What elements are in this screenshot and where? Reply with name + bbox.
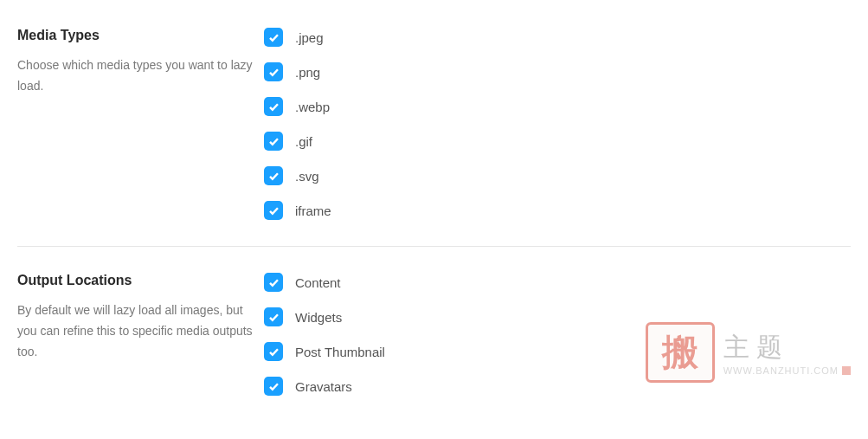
checkbox-checked-icon (264, 273, 283, 292)
watermark-url-text: WWW.BANZHUTI.COM (723, 365, 839, 376)
section-media-types: Media Types Choose which media types you… (17, 28, 851, 246)
section-header: Media Types Choose which media types you… (17, 28, 264, 220)
watermark-dot-icon (842, 366, 851, 375)
option-label: Post Thumbnail (295, 345, 385, 359)
option-webp[interactable]: .webp (264, 97, 851, 116)
option-label: Content (295, 275, 341, 290)
option-label: iframe (295, 203, 331, 218)
section-description: Choose which media types you want to laz… (17, 55, 264, 97)
checkbox-checked-icon (264, 377, 283, 396)
option-iframe[interactable]: iframe (264, 201, 851, 220)
section-header: Output Locations By default we will lazy… (17, 273, 264, 396)
option-label: .svg (295, 169, 319, 184)
checkbox-checked-icon (264, 342, 283, 361)
option-label: Widgets (295, 310, 342, 325)
checkbox-checked-icon (264, 307, 283, 326)
option-png[interactable]: .png (264, 62, 851, 81)
option-content[interactable]: Content (264, 273, 851, 292)
section-title: Media Types (17, 28, 264, 43)
section-description: By default we will lazy load all images,… (17, 300, 264, 362)
option-label: .webp (295, 100, 330, 114)
option-jpeg[interactable]: .jpeg (264, 28, 851, 47)
option-label: .jpeg (295, 30, 324, 45)
watermark-url: WWW.BANZHUTI.COM (723, 365, 851, 376)
checkbox-checked-icon (264, 97, 283, 116)
option-label: .png (295, 65, 320, 80)
option-label: Gravatars (295, 379, 352, 394)
watermark-title: 主题 (723, 330, 789, 365)
checkbox-checked-icon (264, 62, 283, 81)
option-svg[interactable]: .svg (264, 166, 851, 185)
watermark: 搬 主题 WWW.BANZHUTI.COM (646, 322, 851, 383)
media-types-options: .jpeg .png .webp .gif .svg iframe (264, 28, 851, 220)
option-gif[interactable]: .gif (264, 132, 851, 151)
option-label: .gif (295, 134, 312, 149)
section-title: Output Locations (17, 273, 264, 288)
checkbox-checked-icon (264, 201, 283, 220)
checkbox-checked-icon (264, 132, 283, 151)
checkbox-checked-icon (264, 166, 283, 185)
watermark-stamp-icon: 搬 (646, 322, 715, 383)
checkbox-checked-icon (264, 28, 283, 47)
watermark-text: 主题 WWW.BANZHUTI.COM (723, 330, 851, 376)
